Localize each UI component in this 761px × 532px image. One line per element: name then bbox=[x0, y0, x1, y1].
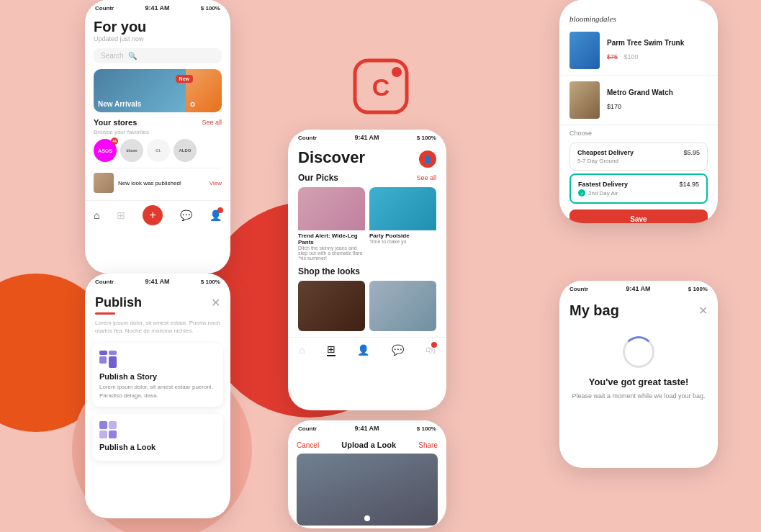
nav-profile[interactable]: 👤 bbox=[210, 209, 222, 222]
nav-chat[interactable]: 💬 bbox=[180, 209, 192, 221]
product-info-2: Metro Grand Watch $170 bbox=[607, 89, 673, 112]
story-sq2 bbox=[109, 351, 117, 355]
svg-point-2 bbox=[392, 67, 402, 77]
shop-looks-title: Shop the looks bbox=[298, 266, 436, 276]
look-sq4 bbox=[109, 430, 117, 438]
publish-story-card[interactable]: Publish a Story Lorem ipsum dolor, sit a… bbox=[92, 343, 223, 406]
upload-share[interactable]: Share bbox=[418, 441, 438, 449]
product-thumb-swim bbox=[569, 32, 600, 69]
battery-4: $ 100% bbox=[201, 279, 220, 285]
d-nav-chat[interactable]: 💬 bbox=[392, 344, 404, 356]
battery-1: $ 100% bbox=[201, 5, 220, 12]
delivery-cheapest[interactable]: Cheapest Delivery $5.95 5-7 Day Ground bbox=[569, 143, 708, 171]
new-badge: New bbox=[176, 75, 193, 83]
publish-desc: Lorem ipsum dolor, sit amest estaar. Pue… bbox=[85, 319, 230, 335]
store-gloss-label: Gl. bbox=[156, 148, 161, 153]
publish-underline bbox=[95, 312, 115, 315]
story-icon bbox=[99, 351, 216, 368]
app-logo: C bbox=[352, 58, 410, 118]
product-row-1: Parm Tree Swim Trunk $75 $100 bbox=[559, 26, 718, 76]
signal-2: Countr bbox=[298, 135, 317, 141]
pick-img-2 bbox=[369, 187, 436, 230]
signal-4: Countr bbox=[95, 279, 114, 285]
browse-label: Browse your favorites bbox=[94, 129, 222, 135]
product-info-1: Parm Tree Swim Trunk $75 $100 bbox=[607, 39, 684, 62]
hero-o-label: O bbox=[190, 101, 195, 108]
time-4: 9:41 AM bbox=[145, 278, 169, 285]
publish-header: Publish ✕ bbox=[85, 289, 230, 310]
story-desc: Lorem ipsum dolor, sit amest estaar puer… bbox=[99, 383, 216, 399]
phone-discover: Countr 9:41 AM $ 100% Discover 👤 Our Pic… bbox=[288, 130, 446, 410]
product-row-2: Metro Grand Watch $170 bbox=[559, 76, 718, 125]
picks-grid: Trend Alert: Wide-Leg Pants Ditch the sk… bbox=[298, 187, 436, 261]
look-img-1[interactable] bbox=[298, 281, 365, 331]
status-bar-6: Countr 9:41 AM $ 100% bbox=[559, 281, 718, 297]
store-bloomingdales[interactable]: bloom bbox=[120, 139, 143, 162]
d-nav-bag[interactable]: 🛍 bbox=[425, 343, 436, 356]
battery-3: $ 100% bbox=[417, 425, 436, 432]
store-aldo[interactable]: ALDO bbox=[174, 139, 197, 162]
upload-cancel[interactable]: Cancel bbox=[297, 441, 319, 449]
nav-add[interactable]: + bbox=[143, 205, 163, 225]
publish-close[interactable]: ✕ bbox=[211, 296, 220, 310]
loading-ring bbox=[623, 336, 654, 368]
look-img-2[interactable] bbox=[369, 281, 436, 331]
hero-blue: New Arrivals bbox=[94, 69, 186, 112]
signal-6: Countr bbox=[569, 286, 588, 292]
time-3: 9:41 AM bbox=[354, 425, 379, 432]
picks-title: Our Picks bbox=[298, 173, 338, 183]
product-price-new-1: $100 bbox=[623, 53, 638, 60]
search-icon: 🔍 bbox=[128, 52, 137, 60]
picks-see-all[interactable]: See all bbox=[416, 174, 436, 181]
pick-card-2[interactable]: Party Poolside Time to make yo bbox=[369, 187, 436, 261]
nav-home[interactable]: ⌂ bbox=[94, 209, 99, 221]
delivery-cheapest-row: Cheapest Delivery $5.95 bbox=[577, 149, 700, 156]
publish-title: Publish bbox=[95, 295, 142, 310]
d-nav-home[interactable]: ⌂ bbox=[299, 344, 305, 356]
story-title: Publish a Story bbox=[99, 372, 216, 381]
time-1: 9:41 AM bbox=[145, 4, 169, 12]
upload-title: Upload a Look bbox=[341, 441, 396, 449]
great-taste: You've got great taste! bbox=[589, 377, 689, 387]
store-glossier[interactable]: Gl. bbox=[147, 139, 170, 162]
store-icons: ASOS 44 bloom Gl. ALDO bbox=[94, 139, 222, 162]
mybag-title: My bag bbox=[569, 302, 619, 319]
delivery-cheapest-name: Cheapest Delivery bbox=[577, 149, 634, 156]
story-sq1 bbox=[99, 351, 107, 355]
pick-sub-1: Ditch the skinny jeans and step out with… bbox=[298, 245, 365, 261]
bottom-nav-1: ⌂ ⊞ + 💬 👤 bbox=[85, 200, 230, 230]
d-nav-profile[interactable]: 👤 bbox=[357, 344, 369, 356]
phone-mybag: Countr 9:41 AM $ 100% My bag ✕ You've go… bbox=[559, 281, 718, 468]
delivery-fastest[interactable]: Fastest Delivery $14.95 2nd Day Air bbox=[569, 173, 708, 204]
delivery-fastest-name: Fastest Delivery bbox=[578, 181, 628, 188]
status-bar-2: Countr 9:41 AM $ 100% bbox=[288, 130, 446, 145]
story-sq4 bbox=[109, 356, 117, 368]
pick-card-1[interactable]: Trend Alert: Wide-Leg Pants Ditch the sk… bbox=[298, 187, 365, 261]
signal-1: Countr bbox=[95, 5, 114, 12]
notif-text: New look was published! bbox=[118, 180, 205, 186]
notif-view[interactable]: View bbox=[210, 180, 222, 186]
mybag-content: You've got great taste! Please wait a mo… bbox=[559, 325, 718, 413]
time-6: 9:41 AM bbox=[626, 285, 650, 292]
status-bar-1: Countr 9:41 AM $ 100% bbox=[85, 0, 230, 16]
discover-avatar[interactable]: 👤 bbox=[419, 150, 436, 168]
hero-label: New Arrivals bbox=[98, 100, 141, 108]
product-name-2: Metro Grand Watch bbox=[607, 89, 673, 96]
delivery-fastest-price: $14.95 bbox=[679, 181, 699, 188]
d-nav-bag-dot bbox=[431, 342, 437, 348]
search-bar[interactable]: Search 🔍 bbox=[94, 48, 222, 63]
look-sq1 bbox=[99, 421, 107, 429]
save-button[interactable]: Save bbox=[569, 209, 708, 223]
product-prices-1: $75 $100 bbox=[607, 49, 684, 62]
mybag-close[interactable]: ✕ bbox=[698, 304, 708, 317]
publish-look-card[interactable]: Publish a Look bbox=[92, 414, 223, 461]
upload-header: Cancel Upload a Look Share bbox=[288, 436, 446, 454]
battery-6: $ 100% bbox=[688, 286, 708, 292]
nav-grid[interactable]: ⊞ bbox=[117, 209, 125, 221]
updated-label: Updated just now bbox=[94, 35, 222, 42]
store-asos[interactable]: ASOS 44 bbox=[94, 139, 117, 162]
upload-img bbox=[297, 454, 438, 526]
stores-see-all[interactable]: See all bbox=[202, 119, 222, 126]
store-asos-label: ASOS bbox=[98, 148, 112, 153]
d-nav-grid[interactable]: ⊞ bbox=[327, 343, 336, 356]
